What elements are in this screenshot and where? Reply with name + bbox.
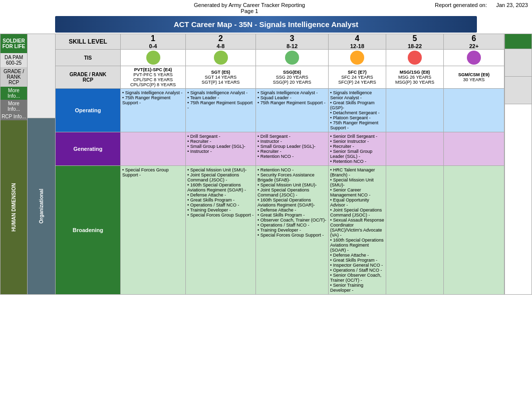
skill-1-tis: 0-4 xyxy=(121,43,185,49)
operating-sl3-cell: • Signals Intelligence Analyst - • Squad… xyxy=(256,89,329,132)
skill-4-num: 4 xyxy=(329,34,386,43)
rank-6-cell: SGM/CSM (E9) 30 YEARS xyxy=(444,66,504,89)
rank-1-cell: PVT(E1)-SPC (E4) PVT-PFC 5 YEARS CPL/SPC… xyxy=(121,66,186,89)
skill-6-tis: 22+ xyxy=(444,43,504,49)
skill-3-tis: 8-12 xyxy=(256,43,328,49)
broadening-sl5-cell xyxy=(386,166,444,295)
grade-rank-header: GRADE / RANKRCP xyxy=(56,66,121,89)
operating-sl5-cell xyxy=(386,89,444,132)
rank-3-cell: SSG(E6) SSG 20 YEARS SSG(P) 20 YEARS xyxy=(256,66,329,89)
page-text: Page 1 xyxy=(194,8,305,14)
skill-1-header: 1 0-4 xyxy=(121,34,186,50)
rank-4-cell: SFC (E7) SFC 24 YEARS SFC(P) 24 YEARS xyxy=(329,66,386,89)
rank-2-cell: SGT (E5) SGT 14 YEARS SGT(P) 14 YEARS xyxy=(186,66,256,89)
broadening-sl1-cell: • Special Forces Group Support - xyxy=(121,166,186,295)
operating-sl4-cell: • Signals Intelligence Senior Analyst - … xyxy=(329,89,386,132)
skill-6-header: 6 22+ xyxy=(444,34,504,50)
rank-5-cell: MSG/1SG (E8) MSG 26 YEARS MSG(P) 30 YEAR… xyxy=(386,66,444,89)
operating-sl2-cell: • Signals Intelligence Analyst - • Team … xyxy=(186,89,256,132)
skill-5-num: 5 xyxy=(386,34,443,43)
generating-sl6-cell xyxy=(444,132,504,166)
skill-2-header: 2 4-8 xyxy=(186,34,256,50)
generating-label: Generating xyxy=(56,132,121,166)
broadening-label: Broadening xyxy=(56,166,121,295)
grade-rank-label: GRADE / RANK RCP xyxy=(1,67,27,87)
skill-2-num: 2 xyxy=(186,34,255,43)
skill-4-header: 4 12-18 xyxy=(329,34,386,50)
generating-sl5-cell xyxy=(386,132,444,166)
broadening-sl3-cell: • Retention NCO - • Security Forces Assi… xyxy=(256,166,329,295)
page-title: ACT Career Map - 35N - Signals Intellige… xyxy=(174,20,359,29)
skill-3-header: 3 8-12 xyxy=(256,34,329,50)
rank-badge-2 xyxy=(214,51,228,65)
skill-1-num: 1 xyxy=(121,34,185,43)
tis-header: TIS xyxy=(56,50,121,66)
generating-sl2-cell: • Drill Sergeant - • Recruiter - • Small… xyxy=(186,132,256,166)
more-info-button-1[interactable]: More Info... xyxy=(1,87,27,100)
rank-badge-6 xyxy=(467,51,481,65)
broadening-sl2-cell: • Special Mission Unit (SMU)- • Joint Sp… xyxy=(186,166,256,295)
human-dimension-label: HUMAN DIMENSION xyxy=(1,120,27,294)
rank-badge-3 xyxy=(285,51,299,65)
operating-label: Operating xyxy=(56,89,121,132)
report-label: Report generated on: xyxy=(435,2,487,8)
soldier-for-life-label: SOLDIER FOR LIFE xyxy=(1,34,27,53)
generating-sl3-cell: • Drill Sergeant - • Instructor - • Smal… xyxy=(256,132,329,166)
rank-badge-1 xyxy=(146,51,160,65)
skill-5-header: 5 18-22 xyxy=(386,34,444,50)
report-date: Jan 23, 2023 xyxy=(496,2,528,8)
skill-level-header: SKILL LEVEL xyxy=(56,34,121,50)
generating-sl4-cell: • Senior Drill Sergeant - • Senior Instr… xyxy=(329,132,386,166)
rank-badge-5 xyxy=(408,51,422,65)
operating-sl6-cell xyxy=(444,89,504,132)
generating-sl1-cell xyxy=(121,132,186,166)
skill-3-num: 3 xyxy=(256,34,328,43)
skill-5-tis: 18-22 xyxy=(386,43,443,49)
broadening-sl6-cell xyxy=(444,166,504,295)
skill-2-tis: 4-8 xyxy=(186,43,255,49)
generated-by-text: Generated by Army Career Tracker Reporti… xyxy=(194,2,305,8)
rcp-info-button[interactable]: RCP Info... xyxy=(1,113,27,120)
da-pam-label: DA PAM 600-25 xyxy=(1,53,27,67)
more-info-button-2[interactable]: More Info... xyxy=(1,100,27,113)
operating-sl1-cell: • Signals Intelligence Analyst - • 75th … xyxy=(121,89,186,132)
skill-6-num: 6 xyxy=(444,34,504,43)
organizational-label: Organizational xyxy=(28,118,55,294)
broadening-sl4-cell: • HRC Talent Manager (Branch) - • Specia… xyxy=(329,166,386,295)
rank-badge-4 xyxy=(350,51,364,65)
skill-4-tis: 12-18 xyxy=(329,43,386,49)
